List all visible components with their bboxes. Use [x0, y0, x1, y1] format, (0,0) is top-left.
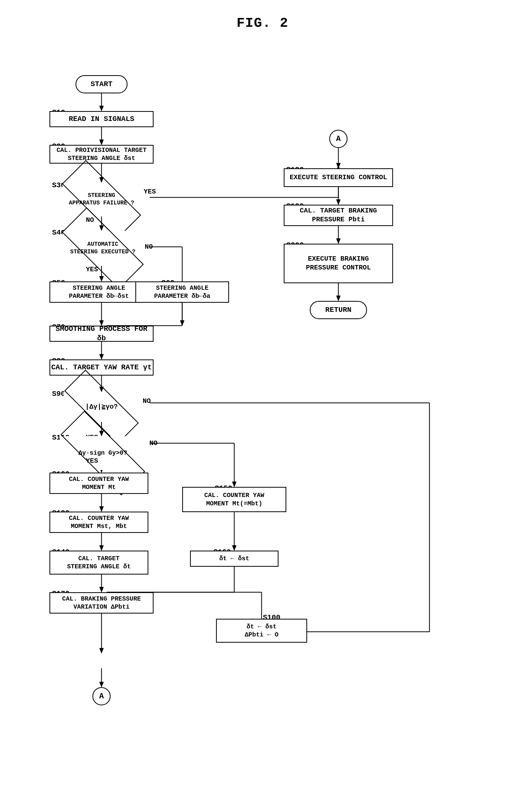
svg-marker-21 — [100, 354, 104, 359]
s30-yes: YES — [144, 188, 156, 196]
start-node: START — [75, 75, 127, 93]
svg-marker-13 — [180, 321, 184, 326]
svg-marker-53 — [336, 238, 341, 244]
s20-node: CAL. PROIVISIONAL TARGET STEERING ANGLE … — [49, 145, 153, 163]
svg-marker-1 — [100, 106, 104, 111]
s170-node: CAL. BRAKING PRESSURE VARIATION ΔPbti — [49, 592, 153, 613]
return-node: RETURN — [310, 301, 367, 319]
s110-no: NO — [149, 439, 158, 447]
s120-node: CAL. COUNTER YAW MOMENT Mt — [49, 472, 148, 494]
svg-marker-57 — [100, 682, 104, 687]
svg-marker-42 — [232, 545, 236, 551]
s10-node: READ IN SIGNALS — [49, 111, 153, 127]
circle-a-top: A — [329, 130, 347, 148]
svg-marker-36 — [100, 506, 104, 512]
s160-node: δt ← δst — [190, 551, 279, 567]
circle-a-bottom: A — [92, 687, 110, 705]
svg-marker-3 — [100, 140, 104, 145]
s60-node: STEERING ANGLE PARAMETER δb←δa — [135, 281, 229, 303]
page-title: FIG. 2 — [0, 0, 525, 41]
s130-node: CAL. COUNTER YAW MOMENT Mst, Mbt — [49, 512, 148, 533]
svg-marker-47 — [100, 648, 104, 653]
svg-marker-51 — [336, 200, 341, 205]
s80-node: CAL. TARGET YAW RATE γt — [49, 359, 153, 376]
s50-node: STEERING ANGLE PARAMETER δb←δst — [49, 281, 148, 303]
s200-node: EXECUTE BRAKING PRESSURE CONTROL — [284, 244, 393, 283]
s110-yes: YES — [86, 457, 98, 465]
s40-node: AUTOMATIC STEERING EXECUTED ? — [62, 231, 143, 266]
svg-marker-38 — [100, 545, 104, 551]
s40-no: NO — [145, 243, 153, 251]
s90-label: S90 — [52, 390, 65, 398]
svg-marker-49 — [336, 163, 341, 168]
s90-no: NO — [142, 397, 151, 405]
svg-marker-34 — [232, 482, 236, 487]
s70-node: SMOOTHING PROCESS FOR δb — [49, 326, 153, 342]
s90-node: |Δγ|≧γo? — [64, 392, 139, 422]
s110-node: Δγ·sign Gy>0? — [60, 436, 146, 470]
s140-node: CAL. TARGET STEERING ANGLE δt — [49, 551, 148, 575]
s190-node: CAL. TARGET BRAKING PRESSURE Pbti — [284, 205, 393, 226]
svg-marker-55 — [336, 296, 341, 301]
svg-marker-15 — [100, 276, 104, 281]
svg-marker-40 — [100, 587, 104, 592]
s30-node: STEERING APPARATUS FAILURE ? — [62, 183, 140, 216]
s180-node: EXECUTE STEERING CONTROL — [284, 168, 393, 187]
s150-node: CAL. COUNTER YAW MOMENT Mt(=Mbt) — [182, 487, 286, 512]
s100-node: δt ← δst ΔPbti ← O — [216, 619, 307, 643]
s40-yes: YES — [86, 266, 98, 274]
